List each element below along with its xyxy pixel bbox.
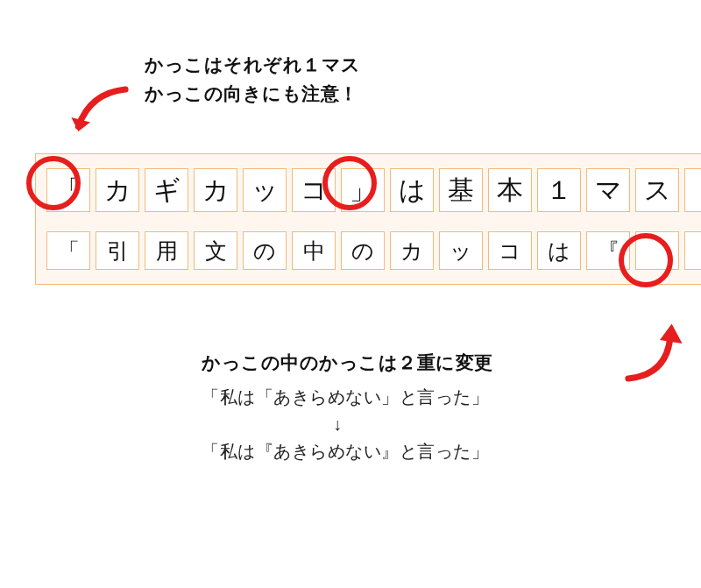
top-caption-line2: かっこの向きにも注意！ — [145, 80, 361, 109]
cell: 本 — [488, 168, 532, 212]
cell-overflow — [684, 168, 701, 212]
cell: ギ — [145, 168, 188, 212]
cell: 「 — [46, 168, 90, 212]
bottom-title: かっこの中のかっこは２重に変更 — [202, 351, 622, 375]
cell: 文 — [194, 231, 237, 270]
cell: の — [243, 231, 287, 270]
cell: ッ — [243, 168, 287, 212]
cell-overflow — [684, 231, 701, 270]
grid-row-1: 「 カ ギ カ ッ コ 」 は 基 本 １ マ ス — [43, 168, 701, 212]
cell: カ — [390, 231, 434, 270]
cell: は — [537, 231, 581, 270]
bottom-explanation: かっこの中のかっこは２重に変更 「私は「あきらめない」と言った」 ↓ 「私は『あ… — [202, 351, 622, 469]
cell: は — [390, 168, 434, 212]
cell: コ — [488, 231, 532, 270]
cell: の — [341, 231, 385, 270]
manuscript-grid: 「 カ ギ カ ッ コ 」 は 基 本 １ マ ス 「 引 用 文 の 中 の … — [35, 153, 701, 285]
top-caption: かっこはそれぞれ１マス かっこの向きにも注意！ — [145, 51, 361, 108]
cell: 『 — [586, 231, 630, 270]
cell: 引 — [96, 231, 139, 270]
arrow-top-icon — [61, 79, 140, 149]
cell — [635, 231, 679, 270]
example-after: 「私は『あきらめない』と言った」 — [202, 440, 622, 464]
cell: 基 — [439, 168, 483, 212]
cell: １ — [537, 168, 581, 212]
down-arrow-icon: ↓ — [202, 414, 622, 435]
cell: 「 — [46, 231, 90, 270]
cell: カ — [194, 168, 237, 212]
top-caption-line1: かっこはそれぞれ１マス — [145, 51, 361, 80]
cell: コ — [292, 168, 336, 212]
cell: 用 — [145, 231, 188, 270]
cell: 」 — [341, 168, 385, 212]
cell: 中 — [292, 231, 336, 270]
example-before: 「私は「あきらめない」と言った」 — [202, 386, 622, 409]
arrow-bottom-icon — [618, 311, 688, 390]
cell: カ — [96, 168, 139, 212]
cell: マ — [586, 168, 630, 212]
cell: ッ — [439, 231, 483, 270]
grid-row-2: 「 引 用 文 の 中 の カ ッ コ は 『 — [43, 231, 701, 270]
cell: ス — [635, 168, 679, 212]
